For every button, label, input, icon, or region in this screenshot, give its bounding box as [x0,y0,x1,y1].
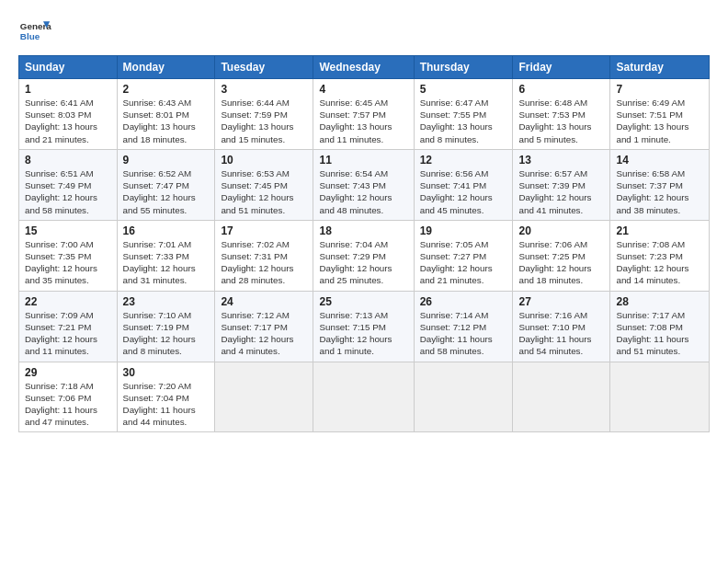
day-info: Sunrise: 6:54 AM Sunset: 7:43 PM Dayligh… [319,167,407,216]
day-info: Sunrise: 6:44 AM Sunset: 7:59 PM Dayligh… [221,97,307,145]
weekday-monday: Monday [117,56,215,79]
weekday-saturday: Saturday [610,56,710,79]
day-info: Sunrise: 7:05 AM Sunset: 7:27 PM Dayligh… [420,238,507,287]
day-number: 12 [420,154,507,167]
weekday-wednesday: Wednesday [313,56,414,79]
calendar-cell: 10Sunrise: 6:53 AM Sunset: 7:45 PM Dayli… [215,149,313,220]
calendar-cell: 5Sunrise: 6:47 AM Sunset: 7:55 PM Daylig… [414,79,513,150]
day-info: Sunrise: 6:49 AM Sunset: 7:51 PM Dayligh… [616,97,703,145]
logo-icon: General Blue [18,15,51,48]
calendar-cell: 15Sunrise: 7:00 AM Sunset: 7:35 PM Dayli… [19,220,118,291]
day-number: 23 [123,295,210,308]
calendar-cell: 25Sunrise: 7:13 AM Sunset: 7:15 PM Dayli… [313,291,414,362]
day-number: 29 [25,366,111,379]
day-number: 9 [123,154,210,167]
day-info: Sunrise: 6:48 AM Sunset: 7:53 PM Dayligh… [518,97,604,145]
day-number: 19 [420,224,507,237]
calendar-cell: 21Sunrise: 7:08 AM Sunset: 7:23 PM Dayli… [610,220,710,291]
day-info: Sunrise: 6:41 AM Sunset: 8:03 PM Dayligh… [25,97,111,145]
day-info: Sunrise: 6:52 AM Sunset: 7:47 PM Dayligh… [123,167,210,216]
calendar-cell: 2Sunrise: 6:43 AM Sunset: 8:01 PM Daylig… [117,79,215,150]
calendar-cell [414,362,513,432]
day-number: 13 [518,154,604,167]
day-info: Sunrise: 6:47 AM Sunset: 7:55 PM Dayligh… [420,97,507,145]
day-info: Sunrise: 7:10 AM Sunset: 7:19 PM Dayligh… [123,309,210,358]
day-number: 6 [518,83,604,96]
svg-text:Blue: Blue [20,31,40,41]
day-number: 16 [123,224,210,237]
day-info: Sunrise: 7:13 AM Sunset: 7:15 PM Dayligh… [319,309,407,358]
day-info: Sunrise: 7:18 AM Sunset: 7:06 PM Dayligh… [25,380,111,429]
day-number: 4 [319,83,407,96]
calendar-cell: 1Sunrise: 6:41 AM Sunset: 8:03 PM Daylig… [19,79,118,150]
day-info: Sunrise: 6:43 AM Sunset: 8:01 PM Dayligh… [123,97,210,145]
day-info: Sunrise: 7:16 AM Sunset: 7:10 PM Dayligh… [518,309,604,358]
calendar-cell: 27Sunrise: 7:16 AM Sunset: 7:10 PM Dayli… [513,291,610,362]
calendar-cell [610,362,710,432]
day-number: 14 [616,154,703,167]
day-info: Sunrise: 7:20 AM Sunset: 7:04 PM Dayligh… [123,380,210,429]
day-number: 27 [518,295,604,308]
day-info: Sunrise: 6:57 AM Sunset: 7:39 PM Dayligh… [518,167,604,216]
day-number: 1 [25,83,111,96]
calendar-cell: 19Sunrise: 7:05 AM Sunset: 7:27 PM Dayli… [414,220,513,291]
calendar-body: 1Sunrise: 6:41 AM Sunset: 8:03 PM Daylig… [19,79,710,432]
weekday-thursday: Thursday [414,56,513,79]
calendar-cell: 28Sunrise: 7:17 AM Sunset: 7:08 PM Dayli… [610,291,710,362]
calendar-cell: 18Sunrise: 7:04 AM Sunset: 7:29 PM Dayli… [313,220,414,291]
day-number: 10 [221,154,307,167]
calendar-cell: 20Sunrise: 7:06 AM Sunset: 7:25 PM Dayli… [513,220,610,291]
calendar-cell [513,362,610,432]
calendar-cell: 30Sunrise: 7:20 AM Sunset: 7:04 PM Dayli… [117,362,215,432]
day-info: Sunrise: 6:58 AM Sunset: 7:37 PM Dayligh… [616,167,703,216]
day-number: 3 [221,83,307,96]
calendar-cell [313,362,414,432]
day-number: 2 [123,83,210,96]
calendar-cell: 11Sunrise: 6:54 AM Sunset: 7:43 PM Dayli… [313,149,414,220]
page: General Blue SundayMondayTuesdayWednesda… [0,0,728,563]
day-info: Sunrise: 7:08 AM Sunset: 7:23 PM Dayligh… [616,238,703,287]
calendar-cell: 26Sunrise: 7:14 AM Sunset: 7:12 PM Dayli… [414,291,513,362]
day-number: 7 [616,83,703,96]
calendar-week-4: 22Sunrise: 7:09 AM Sunset: 7:21 PM Dayli… [19,291,710,362]
calendar-week-5: 29Sunrise: 7:18 AM Sunset: 7:06 PM Dayli… [19,362,710,432]
day-info: Sunrise: 6:53 AM Sunset: 7:45 PM Dayligh… [221,167,307,216]
day-number: 8 [25,154,111,167]
day-number: 25 [319,295,407,308]
header: General Blue [18,15,710,48]
logo: General Blue [18,15,51,48]
calendar-cell: 23Sunrise: 7:10 AM Sunset: 7:19 PM Dayli… [117,291,215,362]
day-info: Sunrise: 7:01 AM Sunset: 7:33 PM Dayligh… [123,238,210,287]
day-number: 11 [319,154,407,167]
calendar-table: SundayMondayTuesdayWednesdayThursdayFrid… [18,55,710,432]
day-number: 5 [420,83,507,96]
weekday-header-row: SundayMondayTuesdayWednesdayThursdayFrid… [19,56,710,79]
calendar-cell: 6Sunrise: 6:48 AM Sunset: 7:53 PM Daylig… [513,79,610,150]
calendar-cell: 24Sunrise: 7:12 AM Sunset: 7:17 PM Dayli… [215,291,313,362]
calendar-week-2: 8Sunrise: 6:51 AM Sunset: 7:49 PM Daylig… [19,149,710,220]
day-number: 18 [319,224,407,237]
day-number: 28 [616,295,703,308]
day-info: Sunrise: 7:14 AM Sunset: 7:12 PM Dayligh… [420,309,507,358]
calendar-cell: 13Sunrise: 6:57 AM Sunset: 7:39 PM Dayli… [513,149,610,220]
calendar-cell: 12Sunrise: 6:56 AM Sunset: 7:41 PM Dayli… [414,149,513,220]
day-info: Sunrise: 6:45 AM Sunset: 7:57 PM Dayligh… [319,97,407,145]
calendar-cell: 4Sunrise: 6:45 AM Sunset: 7:57 PM Daylig… [313,79,414,150]
day-info: Sunrise: 7:00 AM Sunset: 7:35 PM Dayligh… [25,238,111,287]
calendar-cell: 14Sunrise: 6:58 AM Sunset: 7:37 PM Dayli… [610,149,710,220]
calendar-week-1: 1Sunrise: 6:41 AM Sunset: 8:03 PM Daylig… [19,79,710,150]
calendar-cell: 29Sunrise: 7:18 AM Sunset: 7:06 PM Dayli… [19,362,118,432]
day-info: Sunrise: 6:56 AM Sunset: 7:41 PM Dayligh… [420,167,507,216]
calendar-cell [215,362,313,432]
day-number: 20 [518,224,604,237]
calendar-cell: 16Sunrise: 7:01 AM Sunset: 7:33 PM Dayli… [117,220,215,291]
weekday-tuesday: Tuesday [215,56,313,79]
day-info: Sunrise: 7:12 AM Sunset: 7:17 PM Dayligh… [221,309,307,358]
weekday-sunday: Sunday [19,56,118,79]
day-info: Sunrise: 7:06 AM Sunset: 7:25 PM Dayligh… [518,238,604,287]
calendar-cell: 3Sunrise: 6:44 AM Sunset: 7:59 PM Daylig… [215,79,313,150]
day-info: Sunrise: 7:17 AM Sunset: 7:08 PM Dayligh… [616,309,703,358]
day-number: 17 [221,224,307,237]
day-number: 26 [420,295,507,308]
day-info: Sunrise: 7:04 AM Sunset: 7:29 PM Dayligh… [319,238,407,287]
